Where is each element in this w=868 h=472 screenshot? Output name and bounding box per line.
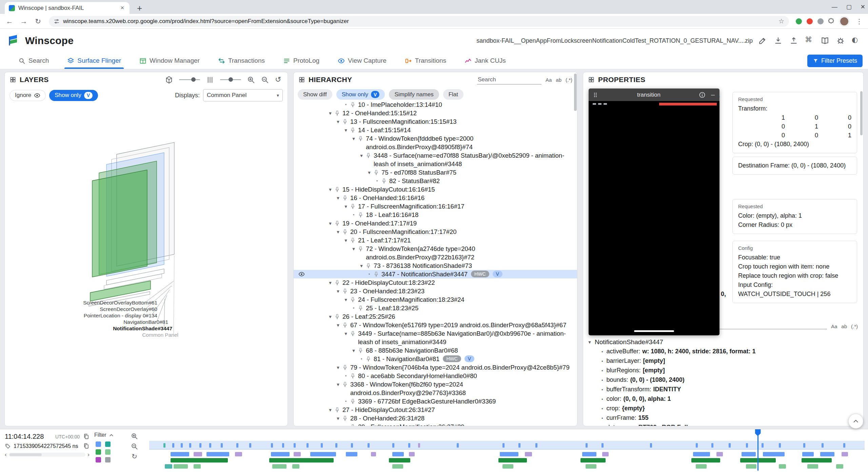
hierarchy-node[interactable]: •10 - ImePlaceholder:13:14#10 (294, 100, 577, 109)
property-item[interactable]: •blurRegions:[empty] (587, 366, 860, 375)
trace-segment[interactable] (371, 452, 376, 456)
timeline-event-tick[interactable] (181, 443, 183, 448)
property-item[interactable]: •barrierLayer:[empty] (587, 356, 860, 366)
scroll-left-icon[interactable]: ‹ (5, 452, 7, 457)
hierarchy-node[interactable]: ▾12 - OneHanded:15:15#12 (294, 109, 577, 117)
pin-icon[interactable] (350, 127, 356, 133)
timeline-event-tick[interactable] (803, 443, 805, 448)
pin-icon[interactable] (350, 373, 356, 379)
pin-icon[interactable] (350, 102, 356, 107)
keyboard-shortcuts-icon[interactable]: ⌘ (805, 36, 814, 45)
pin-icon[interactable] (350, 424, 356, 426)
timeline-event-tick[interactable] (502, 443, 505, 448)
hierarchy-node[interactable]: •18 - Leaf:16:16#18 (294, 211, 577, 219)
hierarchy-node[interactable]: •80 - ace6abb SecondaryHomeHandle0#80 (294, 372, 577, 380)
timeline-event-tick[interactable] (650, 443, 652, 448)
trace-segment[interactable] (802, 458, 832, 463)
tab-transitions[interactable]: Transitions (400, 53, 451, 69)
timeline-event-tick[interactable] (746, 443, 748, 448)
pin-icon[interactable] (366, 356, 371, 362)
hierarchy-node[interactable]: ▾22 - HideDisplayCutout:18:23#22 (294, 278, 577, 287)
trace-segment[interactable] (602, 452, 609, 456)
trace-segment[interactable] (500, 452, 518, 456)
extension-icon[interactable] (807, 18, 813, 24)
hierarchy-node[interactable]: ▾28 - OneHanded:26:31#28 (294, 414, 577, 422)
tab-transactions[interactable]: Transactions (213, 53, 270, 69)
tab-jank-cujs[interactable]: Jank CUJs (460, 53, 511, 69)
pin-icon[interactable] (342, 195, 348, 201)
regex-icon[interactable]: (.*) (566, 77, 572, 83)
trace-file-name[interactable]: sandbox-FAIL__OpenAppFromLockscreenNotif… (476, 37, 753, 44)
timeline-cursor[interactable] (757, 429, 758, 471)
displays-select[interactable]: Common Panel ▾ (203, 89, 283, 101)
match-case-icon[interactable]: Aa (831, 323, 837, 329)
chevron-down-icon[interactable]: ▾ (342, 126, 350, 134)
back-button[interactable]: ← (3, 15, 16, 27)
trace-segment[interactable] (346, 452, 357, 456)
copy-icon[interactable] (83, 433, 90, 440)
timeline-event-tick[interactable] (729, 443, 731, 448)
window-minimize-button[interactable]: — (832, 4, 837, 11)
hierarchy-node[interactable]: ▾74 - WindowToken{fdddbe6 type=2000 andr… (294, 134, 577, 151)
trace-segment[interactable] (235, 452, 242, 456)
chevron-down-icon[interactable]: ▾ (334, 363, 342, 372)
url-text[interactable]: winscope.teams.x20web.corp.google.com/pr… (63, 18, 775, 25)
layer-label[interactable]: ScreenDecorOverlay#60 (18, 306, 157, 312)
pin-icon[interactable] (373, 271, 379, 277)
trace-segment[interactable] (392, 452, 404, 456)
pin-icon[interactable] (334, 110, 340, 116)
timeline-event-tick[interactable] (601, 443, 604, 448)
hierarchy-node[interactable]: ▾72 - WindowToken{a2746de type=2040 andr… (294, 244, 577, 261)
pin-icon[interactable] (366, 153, 371, 158)
scroll-right-icon[interactable]: › (87, 452, 90, 457)
match-case-icon[interactable]: Aa (546, 77, 552, 83)
hierarchy-node[interactable]: ▾79 - WindowToken{7046b4a type=2024 andr… (294, 363, 577, 372)
pin-icon[interactable] (366, 263, 371, 269)
timeline-event-tick[interactable] (457, 443, 459, 448)
chevron-up-icon[interactable] (108, 432, 114, 438)
chevron-down-icon[interactable]: ▾ (357, 151, 366, 160)
chevron-down-icon[interactable]: ▾ (342, 202, 350, 211)
tab-window-manager[interactable]: Window Manager (135, 53, 204, 69)
chevron-down-icon[interactable]: ▾ (357, 261, 366, 270)
omnibox[interactable]: winscope.teams.x20web.corp.google.com/pr… (49, 16, 789, 27)
properties-detail-root[interactable]: ▾ NotificationShade#3447 (587, 337, 860, 347)
simplify-names-chip[interactable]: Simplify names (389, 89, 439, 100)
pin-icon[interactable] (350, 331, 356, 336)
properties-scrollbar[interactable] (860, 91, 863, 301)
hierarchy-node[interactable]: ▾16 - OneHanded:16:16#16 (294, 194, 577, 202)
chevron-down-icon[interactable]: ▾ (326, 185, 334, 194)
trace-segment[interactable] (502, 464, 513, 469)
hierarchy-node[interactable]: ▾21 - Leaf:17:17#21 (294, 236, 577, 244)
timeline-event-tick[interactable] (351, 443, 353, 448)
chevron-down-icon[interactable]: ▾ (342, 295, 350, 304)
timeline-event-tick[interactable] (535, 443, 537, 448)
hierarchy-node[interactable]: ▾19 - OneHanded:17:17#19 (294, 219, 577, 228)
pin-icon[interactable] (358, 212, 363, 218)
chevron-down-icon[interactable]: ▾ (326, 406, 334, 414)
timeline-scroll-thumb[interactable] (9, 453, 42, 456)
timeline-event-tick[interactable] (282, 443, 284, 448)
hierarchy-node[interactable]: ▾17 - FullscreenMagnification:16:16#17 (294, 202, 577, 211)
zoom-in-icon[interactable] (247, 76, 255, 84)
pin-icon[interactable] (334, 186, 340, 192)
match-word-icon[interactable]: ab (841, 323, 847, 329)
hierarchy-node[interactable]: •25 - Leaf:18:23#25 (294, 304, 577, 312)
reload-button[interactable]: ↻ (32, 15, 44, 27)
download-trace-icon[interactable] (774, 36, 783, 45)
timeline-event-tick[interactable] (221, 443, 223, 448)
pin-icon[interactable] (350, 203, 356, 209)
extension-icon[interactable] (817, 18, 824, 24)
chevron-down-icon[interactable]: ▾ (342, 329, 350, 338)
minimize-viewer-icon[interactable]: – (710, 91, 716, 99)
timeline-event-tick[interactable] (321, 443, 323, 448)
timeline-event-tick[interactable] (294, 443, 296, 448)
timeline-event-tick[interactable] (249, 443, 251, 448)
timeline-event-tick[interactable] (843, 443, 845, 448)
window-maximize-button[interactable]: ▢ (846, 3, 852, 11)
collapse-timeline-fab[interactable] (848, 414, 863, 429)
layer-label[interactable]: PointerLocation - display 0#134 (18, 312, 157, 319)
hierarchy-node[interactable]: •81 - NavigationBar0#81HWCV (294, 355, 577, 363)
trace-segment[interactable] (716, 452, 723, 456)
hierarchy-node[interactable]: ▾75 - ed70f88 StatusBar#75 (294, 168, 577, 177)
